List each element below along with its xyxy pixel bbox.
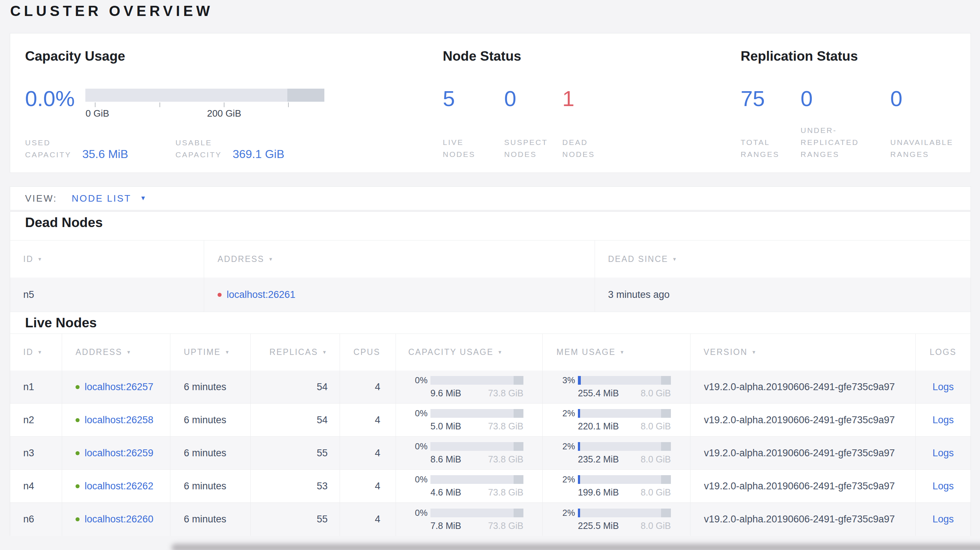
mem-percent: 2% <box>552 508 575 518</box>
live-node-version: v19.2.0-alpha.20190606-2491-gfe735c9a97 <box>690 470 916 502</box>
live-status-dot-icon <box>76 418 80 422</box>
usable-capacity-stat: USABLE CAPACITY 369.1 GiB <box>175 137 285 161</box>
live-col-uptime-header[interactable]: UPTIME▼ <box>170 334 251 370</box>
cluster-summary-card: Capacity Usage Node Status Replication S… <box>10 33 971 173</box>
mem-used-value: 199.6 MiB <box>578 487 619 498</box>
dead-nodes-heading: Dead Nodes <box>25 215 103 230</box>
sort-desc-icon: ▼ <box>225 350 230 355</box>
used-capacity-value: 35.6 MiB <box>82 148 128 161</box>
replication-stats: 75 TOTAL RANGES 0 UNDER- REPLICATED RANG… <box>741 88 953 160</box>
live-nodes-count: 5 <box>443 88 504 110</box>
mem-total-value: 8.0 GiB <box>641 421 671 432</box>
live-nodes-label: LIVE NODES <box>443 124 504 160</box>
sort-desc-icon: ▼ <box>620 350 625 355</box>
sort-desc-icon: ▼ <box>269 256 274 262</box>
dead-col-dead-since-header[interactable]: DEAD SINCE▼ <box>595 240 970 278</box>
live-col-capacity-header[interactable]: CAPACITY USAGE▼ <box>396 334 542 370</box>
live-nodes-table-header: ID▼ ADDRESS▼ UPTIME▼ REPLICAS▼ CPUS CAPA… <box>10 334 970 370</box>
live-node-uptime: 6 minutes <box>170 437 251 469</box>
logs-link[interactable]: Logs <box>932 513 954 525</box>
live-node-address-cell: localhost:26262 <box>62 470 170 502</box>
mem-mini-bar-reserved <box>661 376 671 385</box>
mem-mini-bar <box>578 409 671 418</box>
node-status-heading: Node Status <box>443 49 521 63</box>
capacity-axis-tick <box>159 102 160 107</box>
live-node-mem-cell: 3% 255.4 MiB 8.0 GiB <box>542 370 690 403</box>
view-selected-value[interactable]: NODE LIST <box>72 193 131 204</box>
mem-mini-bar-reserved <box>661 475 671 484</box>
capacity-mini-bar-reserved <box>514 409 523 418</box>
live-node-id: n3 <box>10 437 62 469</box>
node-status-stats: 5 LIVE NODES 0 SUSPECT NODES 1 DEAD NODE… <box>443 88 595 160</box>
live-nodes-heading: Live Nodes <box>25 316 97 330</box>
total-ranges-stat: 75 TOTAL RANGES <box>741 88 800 160</box>
live-node-address-link[interactable]: localhost:26259 <box>84 448 153 459</box>
live-status-dot-icon <box>76 385 80 389</box>
mem-total-value: 8.0 GiB <box>641 521 671 531</box>
live-node-id: n2 <box>10 404 62 436</box>
capacity-mini-bar <box>430 376 523 385</box>
live-node-address-link[interactable]: localhost:26262 <box>84 481 153 492</box>
mem-total-value: 8.0 GiB <box>641 454 671 465</box>
live-node-address-cell: localhost:26258 <box>62 404 170 436</box>
dead-node-address-link[interactable]: localhost:26261 <box>227 289 295 300</box>
used-capacity-stat: USED CAPACITY 35.6 MiB <box>25 137 175 161</box>
live-col-cpus-header[interactable]: CPUS <box>340 334 396 370</box>
mem-mini-bar-fill <box>578 442 580 451</box>
logs-link[interactable]: Logs <box>932 448 954 459</box>
live-node-address-link[interactable]: localhost:26258 <box>84 415 153 426</box>
dead-col-id-header[interactable]: ID▼ <box>10 240 204 278</box>
live-node-replicas: 55 <box>251 503 340 536</box>
dead-col-address-header[interactable]: ADDRESS▼ <box>204 240 595 278</box>
live-node-id: n1 <box>10 370 62 403</box>
logs-link[interactable]: Logs <box>932 481 954 492</box>
mem-used-value: 220.1 MiB <box>578 421 619 432</box>
mem-mini-bar-fill <box>578 409 580 418</box>
live-node-cpus: 4 <box>340 470 396 502</box>
live-node-capacity-cell: 0% 5.0 MiB 73.8 GiB <box>396 404 542 436</box>
live-node-cpus: 4 <box>340 370 396 403</box>
live-nodes-rows: n1 localhost:26257 6 minutes 54 4 0% 9.6… <box>10 370 970 536</box>
live-col-mem-header[interactable]: MEM USAGE▼ <box>542 334 690 370</box>
live-col-address-header[interactable]: ADDRESS▼ <box>62 334 170 370</box>
live-node-logs-cell: Logs <box>916 370 970 403</box>
capacity-used-value: 5.0 MiB <box>430 421 461 432</box>
view-dropdown[interactable]: NODE LIST ▼ <box>72 193 146 204</box>
capacity-total-value: 73.8 GiB <box>488 421 523 432</box>
live-node-mem-cell: 2% 199.6 MiB 8.0 GiB <box>542 470 690 502</box>
live-node-address-cell: localhost:26260 <box>62 503 170 536</box>
capacity-used-value: 7.8 MiB <box>430 521 461 531</box>
logs-link[interactable]: Logs <box>932 415 954 426</box>
capacity-mini-bar-reserved <box>514 509 523 517</box>
live-node-address-link[interactable]: localhost:26260 <box>84 513 153 525</box>
capacity-usage-bar <box>85 89 325 102</box>
dead-nodes-table-header: ID▼ ADDRESS▼ DEAD SINCE▼ <box>10 240 970 278</box>
live-node-cpus: 4 <box>340 503 396 536</box>
live-node-row: n6 localhost:26260 6 minutes 55 4 0% 7.8… <box>10 503 970 536</box>
sort-desc-icon: ▼ <box>672 256 678 262</box>
live-node-capacity-cell: 0% 7.8 MiB 73.8 GiB <box>396 503 542 536</box>
logs-link[interactable]: Logs <box>932 382 954 393</box>
sort-desc-icon: ▼ <box>37 256 43 262</box>
live-col-id-header[interactable]: ID▼ <box>10 334 62 370</box>
live-col-version-header[interactable]: VERSION▼ <box>690 334 916 370</box>
live-node-row: n2 localhost:26258 6 minutes 54 4 0% 5.0… <box>10 404 970 437</box>
used-capacity-label: USED CAPACITY <box>25 137 71 161</box>
live-col-replicas-header[interactable]: REPLICAS▼ <box>251 334 340 370</box>
mem-percent: 2% <box>552 474 575 485</box>
live-node-logs-cell: Logs <box>916 437 970 469</box>
live-nodes-stat: 5 LIVE NODES <box>443 88 504 160</box>
live-node-address-link[interactable]: localhost:26257 <box>84 382 153 393</box>
live-node-capacity-cell: 0% 8.6 MiB 73.8 GiB <box>396 437 542 469</box>
live-node-capacity-cell: 0% 4.6 MiB 73.8 GiB <box>396 470 542 502</box>
mem-mini-bar-reserved <box>661 409 671 418</box>
usable-capacity-value: 369.1 GiB <box>232 148 284 161</box>
live-node-replicas: 54 <box>251 370 340 403</box>
live-node-uptime: 6 minutes <box>170 370 251 403</box>
capacity-percent: 0% <box>405 474 428 485</box>
unavailable-ranges-label: UNAVAILABLE RANGES <box>890 124 953 160</box>
dead-nodes-count: 1 <box>562 88 595 110</box>
capacity-percent: 0% <box>405 508 428 518</box>
live-node-address-cell: localhost:26257 <box>62 370 170 403</box>
live-col-logs-header: LOGS <box>916 334 970 370</box>
